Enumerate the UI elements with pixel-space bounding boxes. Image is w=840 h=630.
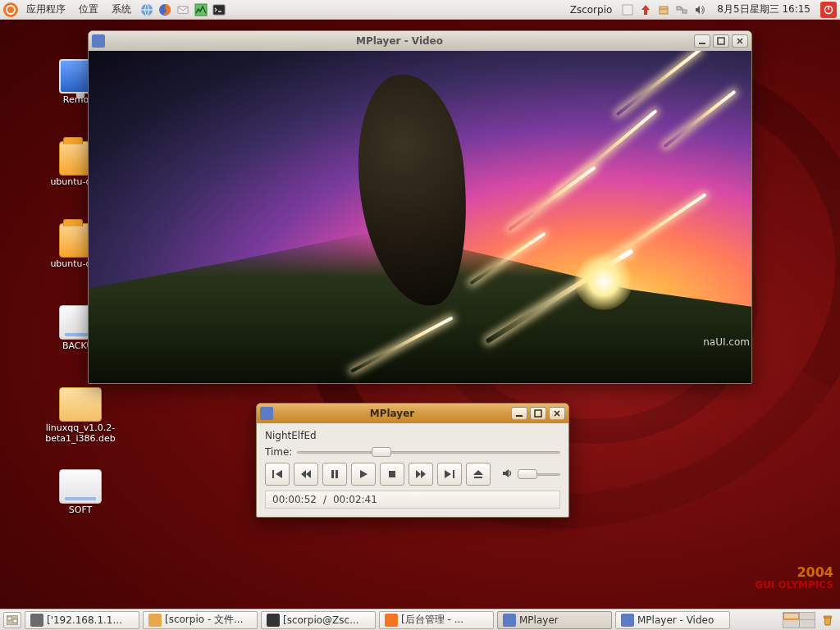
package-icon (59, 387, 102, 422)
svg-rect-13 (516, 415, 523, 417)
globe-icon[interactable] (139, 2, 154, 17)
video-canvas: naUI.com (89, 51, 751, 383)
clock[interactable]: 8月5日星期三 16:15 (710, 2, 817, 16)
maximize-button[interactable] (713, 34, 729, 48)
watermark: 2004 GUI OLYMPICS (755, 565, 833, 591)
taskbar-item-3[interactable]: [后台管理 - ... (379, 611, 494, 629)
desktop-icon-deb-package[interactable]: linuxqq_v1.0.2-beta1_i386.deb (41, 387, 120, 444)
play-button[interactable] (351, 463, 376, 486)
task-app-icon (621, 614, 634, 627)
update-icon[interactable] (638, 2, 653, 17)
svg-rect-4 (213, 5, 225, 15)
mail-icon[interactable] (176, 2, 190, 17)
svg-rect-6 (660, 7, 668, 14)
network-icon[interactable] (674, 2, 689, 17)
svg-rect-10 (828, 6, 829, 10)
svg-rect-16 (331, 470, 334, 478)
maximize-button[interactable] (530, 407, 546, 420)
task-app-icon (148, 614, 162, 627)
minimize-button[interactable] (511, 407, 527, 420)
window-title: MPlayer - Video (108, 35, 691, 47)
titlebar[interactable]: MPlayer - Video (89, 31, 751, 51)
task-app-icon (503, 614, 516, 627)
task-label: ['192.168.1.1... (47, 614, 122, 626)
fast-forward-button[interactable] (409, 463, 433, 486)
svg-rect-24 (824, 616, 832, 618)
close-button[interactable] (549, 407, 565, 420)
close-button[interactable] (732, 34, 748, 48)
volume-icon[interactable] (692, 2, 707, 17)
tray-icon-1[interactable] (620, 2, 635, 17)
window-title: MPlayer (276, 408, 508, 419)
workspace-switcher[interactable] (783, 612, 815, 628)
svg-rect-18 (389, 471, 395, 477)
svg-rect-8 (682, 10, 687, 13)
svg-rect-15 (272, 470, 274, 478)
ubuntu-logo-icon[interactable] (3, 2, 18, 17)
window-mplayer-controller[interactable]: MPlayer NightElfEd Time: (256, 403, 569, 518)
system-monitor-icon[interactable] (194, 2, 208, 17)
eject-button[interactable] (466, 463, 491, 486)
desktop-icon-drive-soft[interactable]: SOFT (41, 469, 120, 516)
svg-rect-14 (535, 410, 541, 417)
task-label: MPlayer - Video (637, 614, 714, 626)
taskbar-item-2[interactable]: [scorpio@Zsc... (261, 611, 376, 629)
volume-slider[interactable] (519, 468, 560, 480)
taskbar-item-1[interactable]: [scorpio - 文件... (143, 611, 258, 629)
window-mplayer-video[interactable]: MPlayer - Video naUI.com (88, 30, 752, 384)
task-label: [scorpio@Zsc... (283, 614, 359, 626)
taskbar-item-0[interactable]: ['192.168.1.1... (25, 611, 139, 629)
status-bar: 00:00:52 / 00:02:41 (265, 491, 560, 509)
time-elapsed: 00:00:52 (272, 494, 317, 505)
skip-back-button[interactable] (265, 463, 290, 486)
bottom-panel: ['192.168.1.1...[scorpio - 文件...[scorpio… (0, 609, 840, 630)
controller-body: NightElfEd Time: (257, 423, 568, 517)
svg-rect-19 (453, 470, 454, 478)
desktop: 2004 GUI OLYMPICS 应用程序 位置 系统 Zscorpio 8月… (0, 0, 840, 630)
terminal-icon[interactable] (212, 2, 226, 17)
stop-button[interactable] (380, 463, 404, 486)
svg-rect-20 (474, 477, 482, 478)
show-desktop-button[interactable] (3, 612, 21, 628)
svg-rect-2 (178, 6, 188, 13)
svg-rect-7 (677, 7, 681, 10)
svg-rect-23 (13, 619, 17, 623)
pause-button[interactable] (322, 463, 347, 486)
time-total: 00:02:41 (333, 494, 377, 505)
titlebar[interactable]: MPlayer (257, 404, 568, 423)
minimize-button[interactable] (694, 34, 710, 48)
task-app-icon (30, 614, 43, 627)
rewind-button[interactable] (294, 463, 318, 486)
package-icon[interactable] (656, 2, 671, 17)
svg-rect-12 (718, 38, 724, 44)
svg-rect-5 (623, 5, 632, 15)
svg-rect-22 (7, 617, 11, 620)
seek-slider[interactable] (297, 446, 560, 458)
video-overlay-url: naUI.com (698, 336, 751, 349)
svg-rect-17 (336, 470, 338, 478)
user-menu[interactable]: Zscorpio (565, 4, 618, 16)
firefox-icon[interactable] (158, 2, 172, 17)
task-app-icon (267, 614, 280, 627)
volume-icon (501, 467, 514, 482)
trash-icon[interactable] (819, 611, 837, 629)
app-icon (92, 34, 105, 48)
task-app-icon (385, 614, 398, 627)
task-label: [后台管理 - ... (401, 613, 463, 627)
track-name: NightElfEd (265, 430, 560, 441)
shutdown-button[interactable] (820, 2, 837, 18)
transport-controls (265, 463, 560, 486)
taskbar-item-5[interactable]: MPlayer - Video (615, 611, 730, 629)
app-icon (260, 407, 273, 420)
menu-applications[interactable]: 应用程序 (21, 2, 71, 16)
menu-system[interactable]: 系统 (107, 2, 136, 16)
svg-rect-11 (699, 43, 705, 44)
drive-icon (59, 469, 102, 504)
top-panel: 应用程序 位置 系统 Zscorpio 8月5日星期三 16:15 (0, 0, 840, 20)
skip-forward-button[interactable] (437, 463, 462, 486)
taskbar-item-4[interactable]: MPlayer (497, 611, 612, 629)
time-label: Time: (265, 446, 292, 458)
task-label: [scorpio - 文件... (165, 613, 244, 627)
menu-places[interactable]: 位置 (74, 2, 103, 16)
task-label: MPlayer (519, 614, 559, 626)
